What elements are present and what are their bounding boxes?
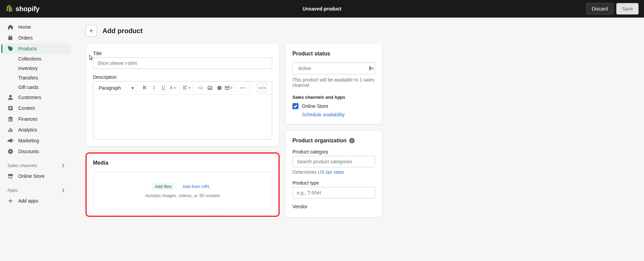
nav-customers[interactable]: Customers (1, 92, 71, 103)
type-label: Product type (292, 180, 375, 186)
align-button[interactable]: ▼ (182, 84, 191, 92)
apps-header[interactable]: Apps (1, 185, 71, 195)
status-hint: This product will be available to 1 sale… (292, 77, 375, 88)
text-color-button[interactable]: A▼ (168, 84, 177, 92)
customers-icon (7, 94, 14, 100)
rich-text-editor: Paragraph ▼ B I U A▼ (93, 81, 272, 140)
description-input[interactable] (93, 95, 272, 139)
topbar-actions: Discard Save (586, 3, 639, 15)
chevron-right-icon (61, 164, 65, 168)
title-label: Title (93, 51, 272, 56)
nav-marketing[interactable]: Marketing (1, 135, 71, 146)
online-store-row: Online Store (292, 103, 375, 109)
main-column: Title Description Paragraph ▼ (86, 44, 279, 223)
apps-label: Apps (7, 188, 18, 193)
vendor-label: Vendor (292, 204, 375, 209)
svg-point-10 (242, 88, 243, 89)
category-label: Product category (292, 149, 375, 155)
store-icon (7, 173, 14, 179)
add-files-button[interactable]: Add files (151, 183, 175, 190)
nav-label: Content (18, 105, 35, 111)
nav-label: Orders (18, 35, 33, 41)
save-button[interactable]: Save (616, 3, 639, 15)
nav-finances[interactable]: Finances (1, 114, 71, 124)
discounts-icon (7, 148, 14, 155)
more-button[interactable] (238, 84, 247, 92)
svg-point-0 (9, 95, 11, 97)
table-button[interactable]: ▼ (224, 84, 233, 92)
media-dropzone[interactable]: Add files Add from URL Accepts images, v… (93, 171, 272, 209)
nav-label: Add apps (18, 198, 38, 204)
orders-icon (7, 35, 14, 41)
online-store-label: Online Store (302, 103, 328, 109)
image-icon (208, 86, 212, 90)
svg-point-9 (240, 88, 241, 89)
check-icon (293, 104, 297, 108)
products-icon (7, 46, 14, 52)
video-button[interactable] (215, 84, 224, 92)
nav-label: Online Store (18, 173, 45, 179)
code-view-button[interactable]: </> (257, 84, 267, 92)
back-button[interactable] (86, 25, 97, 37)
nav-online-store[interactable]: Online Store (1, 171, 71, 182)
nav-label: Customers (18, 95, 41, 100)
organization-card: Product organization i Product category … (286, 131, 382, 217)
nav-home[interactable]: Home (1, 22, 71, 32)
info-icon[interactable]: i (349, 138, 355, 143)
marketing-icon (7, 138, 14, 144)
link-button[interactable] (196, 84, 205, 92)
align-icon (183, 86, 187, 90)
page-header: Add product (86, 25, 630, 37)
nav-gift-cards[interactable]: Gift cards (1, 82, 71, 92)
sales-channels-header[interactable]: Sales channels (1, 160, 71, 171)
nav-analytics[interactable]: Analytics (1, 124, 71, 135)
italic-button[interactable]: I (149, 84, 158, 92)
add-from-url-button[interactable]: Add from URL (179, 183, 214, 190)
image-button[interactable] (206, 84, 214, 92)
shopify-logo[interactable]: shopify (5, 5, 40, 13)
nav-products[interactable]: Products (1, 43, 71, 54)
code-icon: </> (258, 86, 266, 90)
type-input[interactable] (292, 187, 375, 198)
chevron-right-icon (61, 188, 65, 192)
page-title: Add product (102, 27, 143, 35)
online-store-checkbox[interactable] (292, 103, 299, 109)
svg-point-4 (11, 152, 11, 152)
sidebar: Home Orders Products Collections Invento… (0, 18, 73, 261)
analytics-icon (7, 127, 14, 133)
bold-button[interactable]: B (140, 84, 149, 92)
schedule-link[interactable]: Schedule availability (292, 112, 375, 117)
nav-discounts[interactable]: Discounts (1, 146, 71, 157)
nav-label: Marketing (18, 138, 39, 143)
underline-button[interactable]: U (159, 84, 168, 92)
nav-label: Home (18, 24, 31, 30)
nav-label: Finances (18, 116, 38, 122)
status-select[interactable]: Active (292, 62, 375, 74)
nav-inventory[interactable]: Inventory (1, 64, 71, 73)
table-icon (225, 86, 230, 90)
org-title: Product organization (292, 138, 347, 144)
category-input[interactable] (292, 156, 375, 167)
topbar: shopify Unsaved product Discard Save (0, 0, 644, 18)
title-card: Title Description Paragraph ▼ (86, 44, 279, 146)
home-icon (7, 24, 14, 30)
plus-icon (7, 198, 14, 204)
rte-format-select[interactable]: Paragraph ▼ (96, 84, 137, 92)
title-input[interactable] (93, 57, 272, 69)
main-content: Add product Title Description P (73, 18, 644, 261)
nav-content[interactable]: Content (1, 103, 71, 114)
sales-channels-label: Sales channels (7, 163, 37, 168)
discard-button[interactable]: Discard (586, 3, 614, 15)
link-icon (198, 86, 203, 90)
brand-text: shopify (16, 5, 40, 13)
nav-collections[interactable]: Collections (1, 54, 71, 64)
nav-add-apps[interactable]: Add apps (1, 195, 71, 206)
tax-rates-link[interactable]: tax rates (326, 169, 344, 175)
more-icon (240, 87, 245, 89)
svg-point-11 (244, 88, 245, 89)
svg-point-3 (9, 150, 10, 151)
shopify-bag-icon (5, 5, 13, 13)
nav-orders[interactable]: Orders (1, 32, 71, 43)
unsaved-indicator: Unsaved product (303, 6, 341, 11)
nav-transfers[interactable]: Transfers (1, 73, 71, 82)
